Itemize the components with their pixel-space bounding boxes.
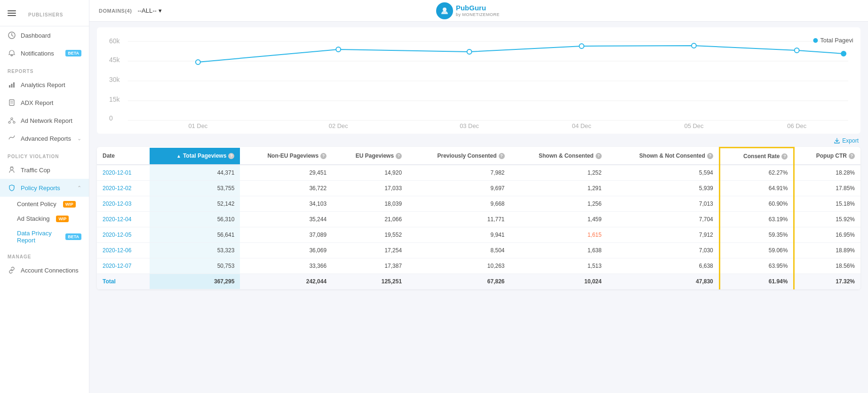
sidebar-item-advanced[interactable]: Advanced Reports ⌄ — [0, 129, 89, 147]
manage-section-label: MANAGE — [0, 248, 89, 261]
cell-total-pageviews: 367,295 — [150, 274, 240, 289]
cell-date: 2020-12-05 — [97, 227, 150, 243]
adx-icon — [8, 98, 16, 107]
cell-popup-ctr: 18.28% — [794, 165, 860, 181]
cell-popup-ctr: 18.89% — [794, 243, 860, 258]
cell-shown-not-consented: 5,594 — [607, 165, 720, 181]
topbar: DOMAINS(4) --ALL-- ▾ PubGuru by MONETIZE… — [89, 0, 868, 22]
svg-point-35 — [692, 43, 696, 48]
table-section: Export Date ▲ Total Pageviews ? — [89, 137, 868, 393]
cell-shown-not-consented: 6,638 — [607, 258, 720, 274]
info-icon-prev: ? — [499, 153, 505, 159]
cell-prev-consented: 9,697 — [407, 181, 510, 196]
shield-icon — [8, 184, 16, 192]
svg-rect-4 — [9, 100, 14, 105]
domains-label: DOMAINS(4) — [99, 8, 132, 14]
sort-up-icon: ▲ — [176, 153, 181, 159]
hamburger-menu[interactable] — [8, 10, 16, 16]
cell-non-eu: 29,451 — [240, 165, 332, 181]
cell-non-eu: 33,366 — [240, 258, 332, 274]
cell-prev-consented: 9,668 — [407, 196, 510, 212]
cell-shown-not-consented: 7,013 — [607, 196, 720, 212]
logo-avatar — [436, 2, 453, 19]
sidebar-item-notifications[interactable]: Notifications BETA — [0, 44, 89, 62]
logo-text-block: PubGuru by MONETIZEMORE — [456, 4, 500, 17]
col-header-shown-not-consented: Shown & Not Consented ? — [607, 148, 720, 165]
col-header-total-pageviews: ▲ Total Pageviews ? — [150, 148, 240, 165]
svg-text:45k: 45k — [109, 56, 119, 64]
cell-eu: 17,254 — [332, 243, 407, 258]
publishers-label: PUBLISHERS — [21, 7, 71, 19]
svg-point-34 — [579, 44, 584, 48]
beta-badge-2: BETA — [65, 233, 81, 240]
svg-point-32 — [336, 47, 341, 52]
sidebar-item-analytics[interactable]: Analytics Report — [0, 76, 89, 94]
sidebar-item-data-privacy[interactable]: Data Privacy Report BETA — [0, 226, 89, 248]
table-row: 2020-12-03 52,142 34,103 18,039 9,668 1,… — [97, 196, 860, 212]
svg-rect-2 — [11, 84, 13, 88]
cell-shown-not-consented: 5,939 — [607, 181, 720, 196]
svg-text:01 Dec: 01 Dec — [188, 122, 207, 129]
svg-rect-3 — [13, 82, 15, 88]
dropdown-chevron: ▾ — [159, 7, 162, 14]
chart-area: 60k 45k 30k 15k 0 01 Dec 02 Dec 03 Dec 0… — [104, 35, 853, 129]
svg-point-37 — [841, 51, 846, 56]
cell-non-eu: 36,069 — [240, 243, 332, 258]
cell-non-eu: 36,722 — [240, 181, 332, 196]
sidebar-item-adx[interactable]: ADX Report — [0, 94, 89, 112]
pageviews-chart: 60k 45k 30k 15k 0 01 Dec 02 Dec 03 Dec 0… — [104, 35, 853, 129]
svg-text:04 Dec: 04 Dec — [572, 122, 591, 129]
data-table: Date ▲ Total Pageviews ? Non-EU Pageview… — [97, 147, 860, 289]
export-button[interactable]: Export — [834, 137, 859, 144]
cell-total-pageviews: 44,371 — [150, 165, 240, 181]
sidebar-item-account[interactable]: Account Connections — [0, 261, 89, 279]
svg-rect-13 — [10, 167, 13, 168]
cell-shown-consented: 1,256 — [510, 196, 607, 212]
logo-text: PubGuru — [456, 4, 500, 12]
cell-popup-ctr: 15.92% — [794, 212, 860, 227]
sidebar-item-content-policy[interactable]: Content Policy WIP — [0, 197, 89, 211]
topbar-left: DOMAINS(4) --ALL-- ▾ — [99, 7, 162, 14]
chevron-up-icon: ⌃ — [77, 185, 81, 191]
cell-popup-ctr: 16.95% — [794, 227, 860, 243]
export-row: Export — [97, 137, 860, 144]
sidebar-navigation: Dashboard Notifications BETA REPORTS Ana… — [0, 26, 89, 393]
cell-prev-consented: 67,826 — [407, 274, 510, 289]
sidebar-item-dashboard[interactable]: Dashboard — [0, 26, 89, 44]
notifications-label: Notifications — [21, 50, 59, 57]
sidebar-item-policy-reports[interactable]: Policy Reports ⌃ — [0, 179, 89, 197]
cell-non-eu: 35,244 — [240, 212, 332, 227]
cell-shown-consented: 10,024 — [510, 274, 607, 289]
cell-total-pageviews: 56,641 — [150, 227, 240, 243]
cell-shown-consented: 1,291 — [510, 181, 607, 196]
sidebar-item-trafficcop[interactable]: Traffic Cop — [0, 161, 89, 179]
cell-shown-consented: 1,615 — [510, 227, 607, 243]
svg-point-7 — [11, 118, 13, 120]
pubguru-logo: PubGuru by MONETIZEMORE — [436, 2, 500, 19]
svg-text:0: 0 — [109, 114, 113, 122]
sidebar-item-ad-stacking[interactable]: Ad Stacking WIP — [0, 211, 89, 226]
policy-section-label: POLICY VIOLATION — [0, 147, 89, 161]
table-row: 2020-12-04 56,310 35,244 21,066 11,771 1… — [97, 212, 860, 227]
data-privacy-label: Data Privacy Report — [17, 230, 59, 244]
cell-date: 2020-12-03 — [97, 196, 150, 212]
info-icon-consent: ? — [781, 153, 788, 160]
info-icon-shown-nc: ? — [707, 153, 713, 159]
cell-total-pageviews: 56,310 — [150, 212, 240, 227]
cell-prev-consented: 9,941 — [407, 227, 510, 243]
sidebar-item-adnetwork[interactable]: Ad Network Report — [0, 112, 89, 129]
svg-point-36 — [795, 48, 799, 53]
domains-dropdown[interactable]: --ALL-- ▾ — [137, 7, 161, 14]
table-row: 2020-12-07 50,753 33,366 17,387 10,263 1… — [97, 258, 860, 274]
cell-consent-rate: 63.95% — [719, 258, 794, 274]
chevron-down-icon: ⌄ — [77, 136, 81, 142]
cell-popup-ctr: 17.85% — [794, 181, 860, 196]
cell-consent-rate: 64.91% — [719, 181, 794, 196]
analytics-label: Analytics Report — [21, 81, 81, 88]
cop-icon — [8, 166, 16, 174]
cell-eu: 17,387 — [332, 258, 407, 274]
svg-point-14 — [443, 8, 446, 11]
cell-eu: 21,066 — [332, 212, 407, 227]
cell-date: 2020-12-07 — [97, 258, 150, 274]
cell-shown-consented: 1,638 — [510, 243, 607, 258]
